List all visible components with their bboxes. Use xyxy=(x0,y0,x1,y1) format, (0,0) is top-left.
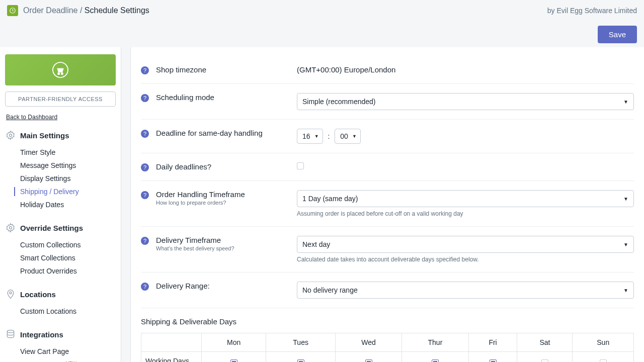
svg-point-8 xyxy=(7,330,14,333)
save-button[interactable]: Save xyxy=(598,26,637,43)
gear-icon xyxy=(5,130,16,141)
handling-note: Assuming order is placed before cut-off … xyxy=(297,210,634,217)
scheduling-mode-select[interactable]: Simple (recommended) xyxy=(297,93,634,110)
delivery-sublabel: What's the best delivery speed? xyxy=(156,245,297,251)
deadline-label: Deadline for same-day handling xyxy=(156,129,297,137)
day-checkbox[interactable] xyxy=(600,359,607,362)
delivery-range-select[interactable]: No delivery range xyxy=(297,282,634,299)
app-logo xyxy=(7,5,18,16)
nav-section-integrations: Integrations xyxy=(20,330,63,339)
help-icon[interactable]: ? xyxy=(141,66,149,74)
breadcrumb: Order Deadline / Schedule Settings xyxy=(23,6,149,15)
day-header-thu: Thur xyxy=(402,333,469,352)
day-checkbox[interactable] xyxy=(230,359,237,362)
database-icon xyxy=(5,329,16,340)
help-icon[interactable]: ? xyxy=(141,130,149,138)
nav-custom-collections[interactable]: Custom Collections xyxy=(20,238,116,251)
day-header-sun: Sun xyxy=(573,333,634,352)
day-header-mon: Mon xyxy=(202,333,266,352)
day-checkbox[interactable] xyxy=(365,359,372,362)
nav-custom-locations[interactable]: Custom Locations xyxy=(20,305,116,318)
nav-message-settings[interactable]: Message Settings xyxy=(20,159,116,172)
day-checkbox[interactable] xyxy=(432,359,439,362)
breadcrumb-root[interactable]: Order Deadline xyxy=(23,6,78,15)
nav-timer-style[interactable]: Timer Style xyxy=(20,146,116,159)
nav-shipping-delivery[interactable]: Shipping / Delivery xyxy=(20,185,116,198)
day-header-sat: Sat xyxy=(517,333,573,352)
delivery-label: Delivery Timeframe xyxy=(156,236,297,244)
days-table: Mon Tues Wed Thur Fri Sat Sun Working Da… xyxy=(141,333,634,362)
delivery-timeframe-select[interactable]: Next day xyxy=(297,236,634,253)
help-icon[interactable]: ? xyxy=(141,94,149,102)
day-checkbox[interactable] xyxy=(297,359,304,362)
svg-point-7 xyxy=(10,292,12,294)
day-header-fri: Fri xyxy=(468,333,517,352)
gear-icon xyxy=(5,222,16,233)
nav-display-settings[interactable]: Display Settings xyxy=(20,172,116,185)
nav-holiday-dates[interactable]: Holiday Dates xyxy=(20,198,116,211)
byline: by Evil Egg Software Limited xyxy=(547,7,637,15)
nav-section-locations: Locations xyxy=(20,290,56,299)
mode-label: Scheduling mode xyxy=(156,93,297,102)
svg-point-4 xyxy=(61,73,63,74)
sidebar-hero xyxy=(5,54,116,85)
nav-smart-collections[interactable]: Smart Collections xyxy=(20,251,116,264)
help-icon[interactable]: ? xyxy=(141,237,149,245)
day-header-wed: Wed xyxy=(336,333,402,352)
pin-icon xyxy=(5,289,16,300)
handling-sublabel: How long to prepare orders? xyxy=(156,200,297,206)
help-icon[interactable]: ? xyxy=(141,283,149,291)
day-header-tue: Tues xyxy=(266,333,336,352)
handling-label: Order Handling Timeframe xyxy=(156,190,297,199)
breadcrumb-current: Schedule Settings xyxy=(85,6,149,15)
svg-point-6 xyxy=(10,227,12,229)
nav-product-overrides[interactable]: Product Overrides xyxy=(20,264,116,278)
svg-point-3 xyxy=(58,73,59,74)
daily-label: Daily deadlines? xyxy=(156,162,297,171)
deadline-minute-select[interactable]: 00 xyxy=(335,129,361,144)
help-icon[interactable]: ? xyxy=(141,191,149,199)
day-checkbox[interactable] xyxy=(490,359,497,362)
delivery-note: Calculated date takes into account deliv… xyxy=(297,256,634,263)
timezone-value: (GMT+00:00) Europe/London xyxy=(297,65,634,74)
partner-access-button[interactable]: PARTNER-FRIENDLY ACCESS xyxy=(5,92,116,107)
nav-cart-attributes[interactable]: Cart AttributesNEW xyxy=(20,358,116,362)
back-to-dashboard-link[interactable]: Back to Dashboard xyxy=(5,114,116,121)
handling-timeframe-select[interactable]: 1 Day (same day) xyxy=(297,190,634,207)
range-label: Delivery Range: xyxy=(156,282,297,290)
nav-section-main: Main Settings xyxy=(20,131,69,140)
day-checkbox[interactable] xyxy=(541,359,548,362)
nav-view-cart-page[interactable]: View Cart Page xyxy=(20,345,116,358)
nav-section-override: Override Settings xyxy=(20,224,83,232)
daily-deadlines-checkbox[interactable] xyxy=(297,162,304,169)
timezone-label: Shop timezone xyxy=(156,65,297,74)
deadline-hour-select[interactable]: 16 xyxy=(297,129,323,144)
help-icon[interactable]: ? xyxy=(141,163,149,171)
svg-point-5 xyxy=(10,134,12,137)
days-section-title: Shipping & Deliverable Days xyxy=(141,317,634,326)
